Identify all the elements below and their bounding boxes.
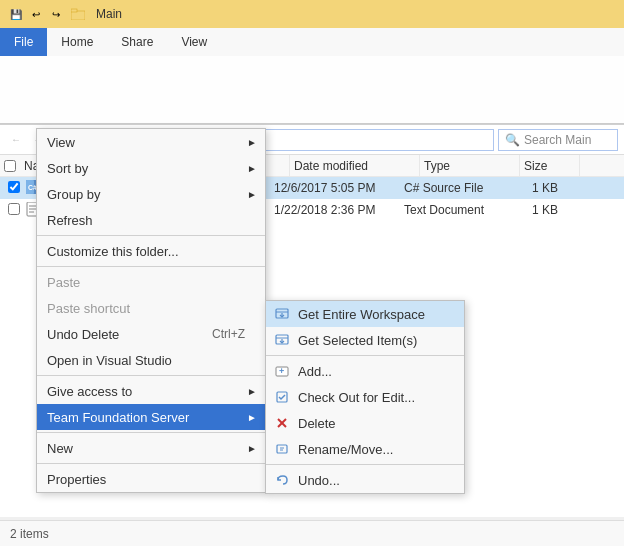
ctx-paste-shortcut[interactable]: Paste shortcut	[37, 295, 265, 321]
date-1: 12/6/2017 5:05 PM	[274, 181, 404, 195]
status-text: 2 items	[10, 527, 49, 541]
get-selected-icon	[274, 332, 290, 348]
submenu-undo-label: Undo...	[298, 473, 340, 488]
type-2: Text Document	[404, 203, 504, 217]
ctx-view-arrow: ►	[247, 137, 257, 148]
ctx-properties[interactable]: Properties	[37, 466, 265, 492]
tab-file[interactable]: File	[0, 28, 47, 56]
ctx-refresh[interactable]: Refresh	[37, 207, 265, 233]
row-checkbox-2[interactable]	[8, 203, 20, 215]
add-icon: +	[274, 363, 290, 379]
ctx-tfs-label: Team Foundation Server	[47, 410, 189, 425]
ctx-give-access[interactable]: Give access to ►	[37, 378, 265, 404]
context-menu: View ► Sort by ► Group by ► Refresh Cust…	[36, 128, 266, 493]
row-checkbox-1[interactable]	[8, 181, 20, 193]
ctx-give-access-arrow: ►	[247, 386, 257, 397]
ctx-sep-3	[37, 375, 265, 376]
ctx-sep-4	[37, 432, 265, 433]
svg-rect-22	[277, 445, 287, 453]
delete-icon	[274, 415, 290, 431]
search-placeholder: Search Main	[524, 133, 591, 147]
title-bar: 💾 ↩ ↪ Main	[0, 0, 624, 28]
ctx-tfs-arrow: ►	[247, 412, 257, 423]
ctx-customize-label: Customize this folder...	[47, 244, 179, 259]
submenu-checkout-label: Check Out for Edit...	[298, 390, 415, 405]
submenu-delete[interactable]: Delete	[266, 410, 464, 436]
ribbon-tab-bar: File Home Share View	[0, 28, 624, 56]
ctx-view-label: View	[47, 135, 75, 150]
submenu-rename-label: Rename/Move...	[298, 442, 393, 457]
submenu-checkout[interactable]: Check Out for Edit...	[266, 384, 464, 410]
tab-home[interactable]: Home	[47, 28, 107, 56]
get-workspace-icon	[274, 306, 290, 322]
rename-icon	[274, 441, 290, 457]
ctx-undo-label: Undo Delete	[47, 327, 119, 342]
search-box[interactable]: 🔍 Search Main	[498, 129, 618, 151]
redo-title-icon[interactable]: ↪	[48, 6, 64, 22]
ctx-paste-shortcut-label: Paste shortcut	[47, 301, 130, 316]
tab-share[interactable]: Share	[107, 28, 167, 56]
submenu-undo[interactable]: Undo...	[266, 467, 464, 493]
submenu-get-selected-items[interactable]: Get Selected Item(s)	[266, 327, 464, 353]
ctx-sep-2	[37, 266, 265, 267]
ribbon-content	[0, 56, 624, 124]
ctx-new[interactable]: New ►	[37, 435, 265, 461]
status-bar: 2 items	[0, 520, 624, 546]
tfs-submenu: Get Entire Workspace Get Selected Item(s…	[265, 300, 465, 494]
ctx-group-label: Group by	[47, 187, 100, 202]
svg-rect-1	[71, 9, 77, 12]
back-button[interactable]: ←	[6, 130, 26, 150]
submenu-add[interactable]: + Add...	[266, 358, 464, 384]
type-1: C# Source File	[404, 181, 504, 195]
ctx-view[interactable]: View ►	[37, 129, 265, 155]
submenu-get-selected-items-label: Get Selected Item(s)	[298, 333, 417, 348]
size-2: 1 KB	[504, 203, 564, 217]
ctx-new-arrow: ►	[247, 443, 257, 454]
checkout-icon	[274, 389, 290, 405]
submenu-get-entire-workspace[interactable]: Get Entire Workspace	[266, 301, 464, 327]
submenu-sep-1	[266, 355, 464, 356]
ctx-open-vs-label: Open in Visual Studio	[47, 353, 172, 368]
ctx-properties-label: Properties	[47, 472, 106, 487]
titlebar-controls: 💾 ↩ ↪	[8, 6, 64, 22]
ctx-paste-label: Paste	[47, 275, 80, 290]
svg-text:+: +	[279, 366, 284, 376]
ctx-sep-5	[37, 463, 265, 464]
svg-rect-0	[71, 11, 85, 20]
ctx-undo-delete[interactable]: Undo Delete Ctrl+Z	[37, 321, 265, 347]
undo-icon	[274, 472, 290, 488]
search-icon: 🔍	[505, 133, 520, 147]
date-2: 1/22/2018 2:36 PM	[274, 203, 404, 217]
ctx-sep-1	[37, 235, 265, 236]
col-header-date[interactable]: Date modified	[290, 155, 420, 176]
submenu-sep-2	[266, 464, 464, 465]
ctx-group-by[interactable]: Group by ►	[37, 181, 265, 207]
folder-icon	[70, 6, 86, 22]
col-header-size[interactable]: Size	[520, 155, 580, 176]
submenu-get-entire-workspace-label: Get Entire Workspace	[298, 307, 425, 322]
size-1: 1 KB	[504, 181, 564, 195]
ctx-sort-label: Sort by	[47, 161, 88, 176]
ribbon: File Home Share View	[0, 28, 624, 125]
ctx-customize[interactable]: Customize this folder...	[37, 238, 265, 264]
ctx-tfs[interactable]: Team Foundation Server ►	[37, 404, 265, 430]
ctx-sort-by[interactable]: Sort by ►	[37, 155, 265, 181]
ctx-group-arrow: ►	[247, 189, 257, 200]
ctx-new-label: New	[47, 441, 73, 456]
select-all-checkbox[interactable]	[4, 160, 16, 172]
submenu-delete-label: Delete	[298, 416, 336, 431]
submenu-add-label: Add...	[298, 364, 332, 379]
ctx-refresh-label: Refresh	[47, 213, 93, 228]
ctx-sort-arrow: ►	[247, 163, 257, 174]
ctx-undo-shortcut: Ctrl+Z	[212, 327, 245, 341]
submenu-rename[interactable]: Rename/Move...	[266, 436, 464, 462]
undo-title-icon[interactable]: ↩	[28, 6, 44, 22]
tab-view[interactable]: View	[167, 28, 221, 56]
col-header-type[interactable]: Type	[420, 155, 520, 176]
ctx-paste[interactable]: Paste	[37, 269, 265, 295]
save-icon[interactable]: 💾	[8, 6, 24, 22]
ctx-open-vs[interactable]: Open in Visual Studio	[37, 347, 265, 373]
window-title: Main	[96, 7, 122, 21]
ctx-give-access-label: Give access to	[47, 384, 132, 399]
